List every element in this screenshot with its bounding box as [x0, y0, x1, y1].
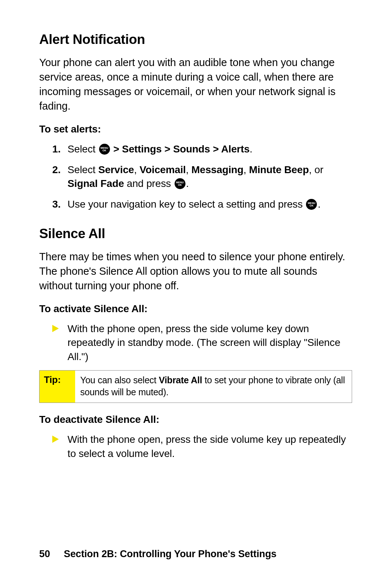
page-content: Alert Notification Your phone can alert …: [0, 0, 392, 461]
menu-ok-icon: MENUOK: [99, 144, 110, 155]
triangle-bullet-icon: [52, 325, 59, 332]
step-1: Select MENUOK > Settings > Sounds > Aler…: [52, 142, 352, 156]
footer-section-title: Section 2B: Controlling Your Phone's Set…: [64, 548, 277, 559]
tip-label: Tip:: [40, 371, 75, 403]
subhead-activate-silence: To activate Silence All:: [39, 303, 352, 315]
intro-silence-all: There may be times when you need to sile…: [39, 249, 352, 293]
bullet-deactivate: With the phone open, press the side volu…: [52, 433, 352, 461]
step-2: Select Service, Voicemail, Messaging, Mi…: [52, 163, 352, 191]
menu-ok-icon: MENUOK: [175, 178, 185, 189]
tip-box: Tip: You can also select Vibrate All to …: [39, 370, 352, 403]
list-item: With the phone open, press the side volu…: [52, 322, 352, 364]
heading-alert-notification: Alert Notification: [39, 32, 352, 47]
triangle-bullet-icon: [52, 436, 59, 443]
footer: 50Section 2B: Controlling Your Phone's S…: [39, 548, 277, 560]
tip-content: You can also select Vibrate All to set y…: [75, 371, 352, 403]
intro-alert-notification: Your phone can alert you with an audible…: [39, 55, 352, 113]
step-3: Use your navigation key to select a sett…: [52, 197, 352, 212]
menu-ok-icon: MENUOK: [306, 199, 317, 210]
bullet-activate: With the phone open, press the side volu…: [52, 322, 352, 364]
page-number: 50: [39, 548, 50, 559]
subhead-deactivate-silence: To deactivate Silence All:: [39, 414, 352, 425]
heading-silence-all: Silence All: [39, 226, 352, 241]
steps-set-alerts: Select MENUOK > Settings > Sounds > Aler…: [52, 142, 352, 212]
list-item: With the phone open, press the side volu…: [52, 433, 352, 461]
subhead-set-alerts: To set alerts:: [39, 123, 352, 135]
